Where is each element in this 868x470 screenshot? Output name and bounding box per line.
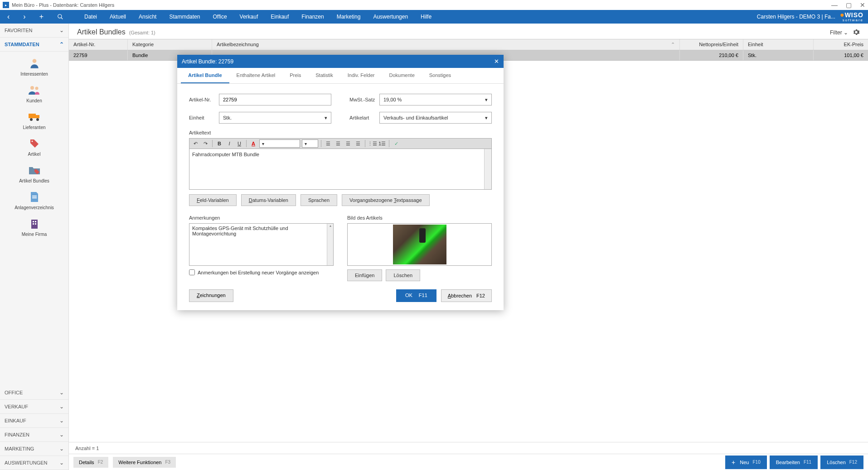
- scrollbar[interactable]: [484, 149, 491, 189]
- filter-button[interactable]: Filter ⌄: [830, 29, 848, 36]
- bearbeiten-button[interactable]: BearbeitenF11: [770, 456, 818, 469]
- sidebar-section-favoriten[interactable]: FAVORITEN ⌄: [0, 24, 68, 38]
- einheit-select[interactable]: Stk.▾: [219, 112, 331, 124]
- align-center-icon[interactable]: ☰: [334, 139, 342, 148]
- tab-sonstiges[interactable]: Sonstiges: [422, 68, 458, 83]
- menu-office[interactable]: Office: [207, 11, 232, 23]
- col-nettopreis[interactable]: Nettopreis/Einheit: [680, 39, 743, 50]
- tab-preis[interactable]: Preis: [282, 68, 308, 83]
- nav-search-icon[interactable]: [53, 12, 67, 22]
- anmerkungen-anzeigen-checkbox[interactable]: [189, 269, 195, 275]
- sidebar-item-meine-firma[interactable]: Meine Firma: [0, 216, 68, 237]
- col-einheit[interactable]: Einheit: [743, 39, 814, 50]
- col-bezeichnung[interactable]: Artikelbezeichnung⌃: [212, 39, 680, 50]
- font-size-select[interactable]: ▾: [302, 139, 318, 148]
- menu-aktuell[interactable]: Aktuell: [104, 11, 131, 23]
- menu-verkauf[interactable]: Verkauf: [234, 11, 264, 23]
- number-list-icon[interactable]: 1☰: [378, 139, 386, 148]
- scrollbar[interactable]: ▴: [327, 224, 333, 265]
- user-label[interactable]: Carsten Hilgers - DEMO 3 | Fa...: [757, 14, 835, 20]
- sidebar-section-auswertungen[interactable]: AUSWERTUNGEN⌄: [0, 456, 68, 470]
- font-family-select[interactable]: ▾: [259, 139, 300, 148]
- tab-artikel-bundle[interactable]: Artikel Bundle: [181, 68, 229, 83]
- chevron-down-icon: ⌄: [59, 460, 64, 466]
- svg-rect-5: [29, 114, 36, 118]
- gear-icon[interactable]: [853, 29, 860, 37]
- nav-forward-icon[interactable]: ›: [19, 11, 29, 23]
- zeichnungen-button[interactable]: Zeichnungen: [189, 289, 233, 302]
- align-left-icon[interactable]: ☰: [324, 139, 332, 148]
- italic-icon[interactable]: I: [225, 139, 233, 148]
- sidebar-section-office[interactable]: OFFICE⌄: [0, 386, 68, 400]
- minimize-icon[interactable]: —: [831, 1, 838, 9]
- neu-button[interactable]: NeuF10: [725, 456, 767, 469]
- sidebar-section-marketing[interactable]: MARKETING⌄: [0, 442, 68, 456]
- tab-dokumente[interactable]: Dokumente: [382, 68, 422, 83]
- abbrechen-button[interactable]: AbbrechenF12: [441, 289, 492, 302]
- font-color-icon[interactable]: A: [249, 139, 257, 148]
- einfuegen-button[interactable]: Einfügen: [347, 269, 382, 281]
- sidebar-section-verkauf[interactable]: VERKAUF⌄: [0, 400, 68, 414]
- tab-statistik[interactable]: Statistik: [308, 68, 340, 83]
- artikel-bild[interactable]: [347, 223, 492, 266]
- details-button[interactable]: DetailsF2: [73, 457, 108, 468]
- loeschen-button[interactable]: LöschenF12: [820, 456, 863, 469]
- sidebar-item-interessenten[interactable]: Interessenten: [0, 56, 68, 77]
- feld-variablen-button[interactable]: Feld-Variablen: [189, 194, 237, 206]
- sidebar-bottom-label: AUSWERTUNGEN: [5, 460, 48, 465]
- einheit-label: Einheit: [189, 115, 219, 120]
- sidebar-item-artikel-bundles[interactable]: Artikel Bundles: [0, 163, 68, 183]
- redo-icon[interactable]: ↷: [201, 139, 209, 148]
- menu-stammdaten[interactable]: Stammdaten: [164, 11, 205, 23]
- menu-ansicht[interactable]: Ansicht: [133, 11, 162, 23]
- svg-point-9: [31, 141, 33, 142]
- sidebar-section-finanzen[interactable]: FINANZEN⌄: [0, 428, 68, 442]
- sidebar-section-stammdaten[interactable]: STAMMDATEN ⌃: [0, 38, 68, 52]
- menu-finanzen[interactable]: Finanzen: [296, 11, 329, 23]
- weitere-funktionen-button[interactable]: Weitere FunktionenF3: [113, 457, 176, 468]
- rte-toolbar: ↶ ↷ B I U A ▾ ▾ ☰ ☰ ☰ ☰ ⋮☰ 1☰ ✓: [189, 138, 492, 149]
- svg-rect-6: [36, 115, 39, 118]
- datums-variablen-button[interactable]: Datums-Variablen: [241, 194, 296, 206]
- bold-icon[interactable]: B: [215, 139, 223, 148]
- col-artikel-nr[interactable]: Artikel-Nr.: [69, 39, 128, 50]
- mwst-select[interactable]: 19,00 %▾: [379, 94, 492, 106]
- menu-marketing[interactable]: Marketing: [331, 11, 366, 23]
- spellcheck-icon[interactable]: ✓: [392, 139, 400, 148]
- undo-icon[interactable]: ↶: [191, 139, 199, 148]
- bullet-list-icon[interactable]: ⋮☰: [368, 139, 376, 148]
- nav-back-icon[interactable]: ‹: [4, 11, 13, 23]
- anmerkungen-anzeigen-label: Anmerkungen bei Erstellung neuer Vorgäng…: [198, 270, 319, 275]
- sidebar-item-lieferanten[interactable]: Lieferanten: [0, 110, 68, 130]
- menu-auswertungen[interactable]: Auswertungen: [368, 11, 413, 23]
- artikelart-select[interactable]: Verkaufs- und Einkaufsartikel▾: [379, 112, 492, 124]
- sidebar-section-einkauf[interactable]: EINKAUF⌄: [0, 414, 68, 428]
- tab-enthaltene-artikel[interactable]: Enthaltene Artikel: [229, 68, 283, 83]
- align-right-icon[interactable]: ☰: [344, 139, 352, 148]
- sprachen-button[interactable]: Sprachen: [301, 194, 337, 206]
- dialog-close-icon[interactable]: ✕: [494, 58, 499, 65]
- ok-button[interactable]: OKF11: [396, 289, 436, 302]
- vorgang-textpassage-button[interactable]: Vorgangsbezogene Textpassage: [342, 194, 429, 206]
- sidebar-item-artikel[interactable]: Artikel: [0, 136, 68, 157]
- sidebar-item-kunden[interactable]: Kunden: [0, 83, 68, 103]
- maximize-icon[interactable]: ▢: [846, 1, 852, 9]
- close-icon[interactable]: ✕: [860, 1, 865, 9]
- menu-einkauf[interactable]: Einkauf: [265, 11, 294, 23]
- menu-hilfe[interactable]: Hilfe: [415, 11, 437, 23]
- sidebar-item-anlagen[interactable]: Anlagenverzeichnis: [0, 190, 68, 210]
- menu-datei[interactable]: Datei: [79, 11, 102, 23]
- artikeltext-editor[interactable]: Fahrradcomputer MTB Bundle: [189, 149, 492, 190]
- col-kategorie[interactable]: Kategorie: [128, 39, 212, 50]
- cell-artnr: 22759: [69, 50, 128, 60]
- bild-label: Bild des Artikels: [347, 215, 492, 221]
- artikel-nr-input[interactable]: [219, 94, 331, 106]
- anmerkungen-input[interactable]: Kompaktes GPS-Gerät mit Schutzhülle und …: [189, 223, 334, 266]
- underline-icon[interactable]: U: [235, 139, 243, 148]
- nav-add-icon[interactable]: +: [36, 11, 47, 23]
- bild-loeschen-button[interactable]: Löschen: [386, 269, 420, 281]
- tab-indiv-felder[interactable]: Indiv. Felder: [340, 68, 382, 83]
- align-justify-icon[interactable]: ☰: [354, 139, 362, 148]
- svg-rect-16: [35, 223, 36, 225]
- col-ekpreis[interactable]: EK-Preis: [814, 39, 868, 50]
